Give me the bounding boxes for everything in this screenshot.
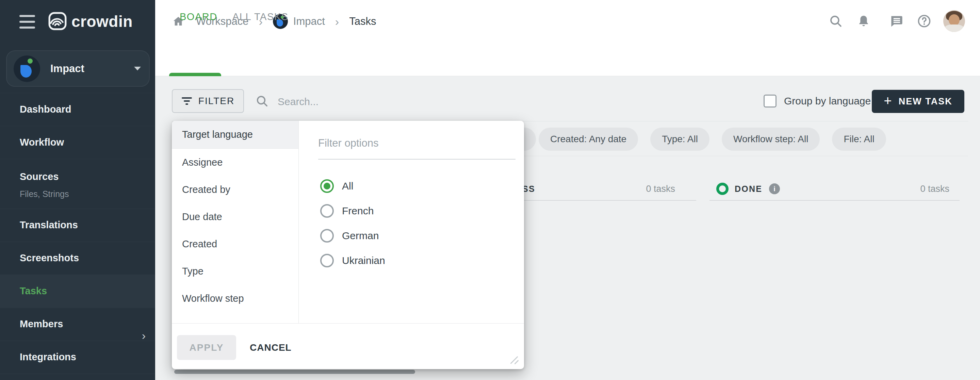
divider bbox=[172, 323, 524, 324]
sidebar-item-translations[interactable]: Translations bbox=[0, 208, 155, 242]
messages-icon[interactable] bbox=[888, 13, 904, 29]
filter-button[interactable]: FILTER bbox=[172, 89, 244, 113]
radio-option-french[interactable]: French bbox=[320, 204, 374, 218]
column-title: DONE bbox=[735, 184, 762, 194]
filter-category-assignee[interactable]: Assignee bbox=[172, 149, 298, 176]
search-input[interactable] bbox=[278, 96, 421, 108]
filter-category-created[interactable]: Created bbox=[172, 230, 298, 258]
cancel-button[interactable]: CANCEL bbox=[250, 335, 292, 360]
filter-chip-workflow-step[interactable]: Workflow step: All bbox=[722, 127, 820, 151]
radio-option-all[interactable]: All bbox=[320, 179, 353, 194]
breadcrumb-separator: › bbox=[335, 15, 339, 28]
filter-category-target-language[interactable]: Target language bbox=[172, 121, 298, 149]
help-icon[interactable] bbox=[916, 13, 932, 29]
filter-chip-file[interactable]: File: All bbox=[832, 127, 886, 151]
filter-category-due-date[interactable]: Due date bbox=[172, 203, 298, 230]
radio-icon bbox=[320, 229, 334, 243]
sidebar-item-dashboard[interactable]: Dashboard bbox=[0, 93, 155, 126]
tab-all-tasks[interactable]: ALL TASKS bbox=[232, 0, 288, 33]
group-by-language-checkbox[interactable] bbox=[764, 95, 776, 108]
sidebar-item-integrations[interactable]: Integrations bbox=[0, 340, 155, 374]
filter-chips: Created: Any date Type: All Workflow ste… bbox=[539, 127, 886, 151]
search-icon[interactable] bbox=[255, 94, 269, 109]
filter-options-search-input[interactable] bbox=[318, 137, 515, 149]
board-column-done: DONE i 0 tasks bbox=[710, 177, 959, 201]
radio-option-ukrainian[interactable]: Ukrainian bbox=[320, 253, 385, 268]
crowdin-wordmark[interactable]: crowdin bbox=[72, 12, 133, 30]
sidebar-item-tasks[interactable]: Tasks bbox=[0, 275, 155, 308]
radio-icon bbox=[320, 254, 334, 267]
resize-handle[interactable] bbox=[508, 356, 520, 366]
breadcrumb-current-page: Tasks bbox=[349, 15, 376, 27]
filter-category-created-by[interactable]: Created by bbox=[172, 176, 298, 203]
radio-option-german[interactable]: German bbox=[320, 228, 379, 243]
sidebar-item-workflow[interactable]: Workflow bbox=[0, 126, 155, 159]
divider bbox=[298, 121, 299, 323]
project-name: Impact bbox=[50, 63, 84, 75]
filter-chip-created[interactable]: Created: Any date bbox=[539, 127, 638, 151]
tab-board[interactable]: BOARD bbox=[180, 0, 218, 33]
crowdin-app: Workspace › Impact › Tasks c bbox=[0, 0, 980, 380]
info-icon[interactable]: i bbox=[769, 183, 780, 194]
column-task-count: 0 tasks bbox=[646, 184, 675, 194]
radio-selected-icon bbox=[320, 179, 334, 193]
menu-hamburger-icon[interactable] bbox=[19, 15, 35, 29]
breadcrumb-project[interactable]: Impact bbox=[293, 15, 325, 27]
board-search bbox=[255, 94, 421, 110]
project-selector[interactable]: Impact bbox=[6, 50, 150, 87]
plus-icon: + bbox=[884, 94, 891, 108]
column-task-count: 0 tasks bbox=[920, 184, 950, 194]
notifications-bell-icon[interactable] bbox=[856, 13, 872, 29]
search-icon[interactable] bbox=[827, 13, 844, 29]
sidebar-item-sources[interactable]: Sources › bbox=[0, 159, 155, 208]
tabs-bar bbox=[155, 43, 980, 76]
filter-icon bbox=[181, 95, 192, 107]
crowdin-logo-icon[interactable] bbox=[48, 11, 67, 32]
sidebar-item-sources-subtitle: Files, Strings bbox=[20, 189, 69, 199]
user-avatar[interactable] bbox=[943, 10, 965, 32]
done-status-icon bbox=[716, 183, 729, 195]
sidebar-item-members[interactable]: Members bbox=[0, 308, 155, 340]
filter-category-type[interactable]: Type bbox=[172, 258, 298, 285]
project-logo bbox=[14, 56, 40, 82]
chevron-down-icon bbox=[134, 67, 141, 70]
sidebar-item-screenshots[interactable]: Screenshots bbox=[0, 242, 155, 275]
radio-icon bbox=[320, 204, 334, 218]
filter-chip-type[interactable]: Type: All bbox=[650, 127, 710, 151]
active-tab-underline bbox=[169, 73, 221, 76]
apply-button[interactable]: APPLY bbox=[177, 335, 236, 360]
group-by-language-label: Group by language bbox=[784, 95, 871, 108]
horizontal-scrollbar-thumb[interactable] bbox=[174, 370, 415, 374]
sidebar: crowdin Impact Dashboard Workflow Source… bbox=[0, 0, 155, 380]
filter-dropdown: Target language Assignee Created by Due … bbox=[172, 121, 524, 369]
input-underline bbox=[318, 159, 515, 159]
filter-category-workflow-step[interactable]: Workflow step bbox=[172, 285, 298, 312]
column-divider bbox=[710, 200, 959, 201]
new-task-button[interactable]: + NEW TASK bbox=[872, 90, 964, 113]
